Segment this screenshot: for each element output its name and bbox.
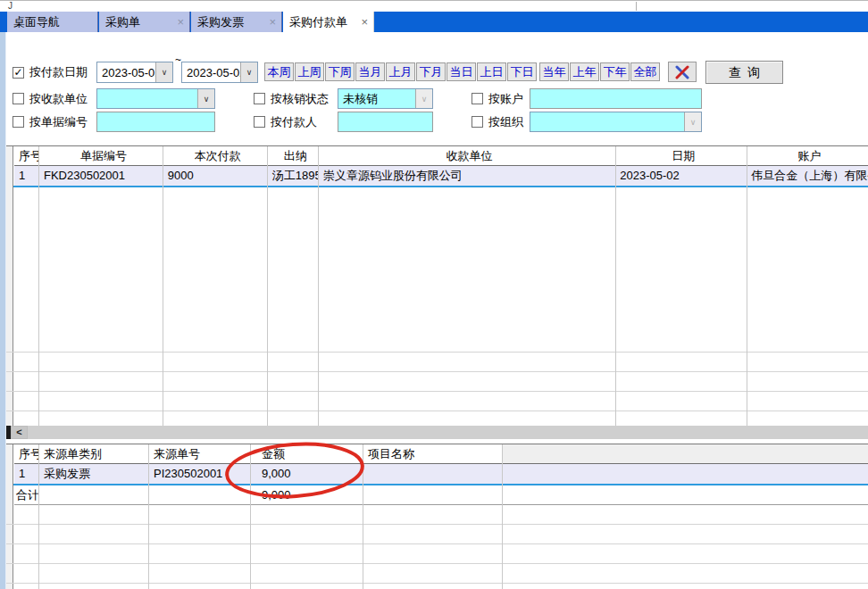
empty-grid-area <box>6 505 868 589</box>
date-to-combo[interactable]: 2023-05-02 ∨ <box>181 62 258 83</box>
tab-purchase-order[interactable]: 采购单 × <box>99 12 190 32</box>
check-icon: ✓ <box>13 66 22 79</box>
col-header-source-type[interactable]: 来源单类别 <box>39 444 149 463</box>
close-icon[interactable]: × <box>267 16 278 28</box>
chevron-down-icon[interactable]: ∨ <box>197 89 214 108</box>
account-checkbox[interactable] <box>472 93 483 104</box>
window-top-strip: J <box>0 0 868 12</box>
total-row: 合计 9,000 <box>14 485 868 505</box>
col-header-seq[interactable]: 序号 <box>14 146 39 165</box>
account-input[interactable] <box>530 88 702 109</box>
toolbar-glyph: J <box>8 1 13 11</box>
quick-date-last-year[interactable]: 上年 <box>570 62 599 81</box>
tab-desktop-nav[interactable]: 桌面导航 <box>7 12 98 32</box>
source-detail-table: 序号 来源单类别 来源单号 金额 项目名称 1 采购发票 PI230502001… <box>6 444 868 589</box>
payee-checkbox[interactable] <box>13 93 24 104</box>
col-header-date[interactable]: 日期 <box>615 146 747 165</box>
org-checkbox[interactable] <box>472 116 483 128</box>
horizontal-scrollbar[interactable]: < <box>6 426 868 439</box>
quick-date-all[interactable]: 全部 <box>630 62 660 81</box>
account-label: 按账户 <box>488 90 523 108</box>
tab-purchase-invoice[interactable]: 采购发票 × <box>191 12 282 32</box>
col-header-payee[interactable]: 收款单位 <box>319 146 616 165</box>
total-amount: 9,000 <box>251 485 363 504</box>
quick-date-today[interactable]: 当日 <box>447 62 476 81</box>
org-combo[interactable]: ∨ <box>530 112 702 132</box>
chevron-down-icon[interactable]: ∨ <box>415 89 432 108</box>
quick-date-last-month[interactable]: 上月 <box>386 62 415 81</box>
payer-input[interactable] <box>338 112 433 132</box>
payment-table-header: 序号 单据编号 本次付款 出纳 收款单位 日期 账户 <box>14 146 868 166</box>
writeoff-status-label: 按核销状态 <box>271 90 329 108</box>
chevron-down-icon[interactable]: ∨ <box>240 62 257 82</box>
quick-date-last-week[interactable]: 上周 <box>295 62 324 81</box>
date-from-combo[interactable]: 2023-05-01 ∨ <box>96 62 173 83</box>
quick-date-this-week[interactable]: 本周 <box>264 62 294 81</box>
quick-date-next-week[interactable]: 下周 <box>325 62 355 81</box>
quick-date-this-month[interactable]: 当月 <box>355 62 385 81</box>
crossed-tools-icon <box>674 64 690 80</box>
header-filler <box>503 444 868 463</box>
payer-checkbox[interactable] <box>254 116 265 128</box>
filter-tools-button[interactable] <box>668 62 697 82</box>
chevron-down-icon[interactable]: ∨ <box>155 62 172 82</box>
quick-date-next-month[interactable]: 下月 <box>416 62 446 81</box>
col-header-amount[interactable]: 金额 <box>251 444 363 463</box>
col-header-cashier[interactable]: 出纳 <box>268 146 319 165</box>
col-header-source-no[interactable]: 来源单号 <box>149 444 251 463</box>
payee-label: 按收款单位 <box>29 90 88 108</box>
quick-date-tomorrow[interactable]: 下日 <box>507 62 537 81</box>
chevron-down-icon[interactable]: ∨ <box>684 112 701 131</box>
doc-no-input[interactable] <box>96 112 215 132</box>
doc-no-checkbox[interactable] <box>13 116 24 128</box>
col-header-doc-no[interactable]: 单据编号 <box>39 146 163 165</box>
col-header-amount[interactable]: 本次付款 <box>163 146 268 165</box>
table-row[interactable]: 1 采购发票 PI230502001 9,000 <box>14 464 868 484</box>
col-header-account[interactable]: 账户 <box>747 146 868 165</box>
quick-date-next-year[interactable]: 下年 <box>600 62 630 81</box>
tab-bar: 桌面导航 采购单 × 采购发票 × 采购付款单 × <box>0 12 868 32</box>
close-icon[interactable]: × <box>175 16 186 28</box>
tab-purchase-payment[interactable]: 采购付款单 × <box>283 12 374 32</box>
table-row[interactable]: 1 FKD230502001 9000 汤工1895 崇义章源钨业股份有限公司 … <box>14 166 868 186</box>
current-row-indicator <box>6 186 868 187</box>
scroll-left-icon[interactable]: < <box>11 426 28 439</box>
payment-date-checkbox[interactable]: ✓ <box>13 67 24 79</box>
empty-grid-area <box>6 333 868 426</box>
payer-label: 按付款人 <box>271 113 317 131</box>
payment-table: 序号 单据编号 本次付款 出纳 收款单位 日期 账户 1 FKD23050200… <box>6 145 868 426</box>
col-header-project[interactable]: 项目名称 <box>363 444 503 463</box>
payment-date-label: 按付款日期 <box>29 63 88 81</box>
org-label: 按组织 <box>488 113 523 131</box>
detail-table-header: 序号 来源单类别 来源单号 金额 项目名称 <box>14 444 868 464</box>
writeoff-status-combo[interactable]: 未核销 ∨ <box>338 88 433 109</box>
quick-date-this-year[interactable]: 当年 <box>539 62 569 81</box>
writeoff-status-checkbox[interactable] <box>254 93 265 104</box>
date-range-separator: ~ <box>175 54 181 66</box>
toolbar-divider <box>636 2 637 11</box>
query-button[interactable]: 查询 <box>705 61 783 84</box>
payee-combo[interactable]: ∨ <box>96 88 215 109</box>
doc-no-label: 按单据编号 <box>29 113 88 131</box>
col-header-seq[interactable]: 序号 <box>14 444 39 463</box>
left-edge-strip <box>0 32 6 589</box>
total-label: 合计 <box>14 485 39 504</box>
quick-date-yesterday[interactable]: 上日 <box>477 62 506 81</box>
close-icon[interactable]: × <box>359 16 370 28</box>
